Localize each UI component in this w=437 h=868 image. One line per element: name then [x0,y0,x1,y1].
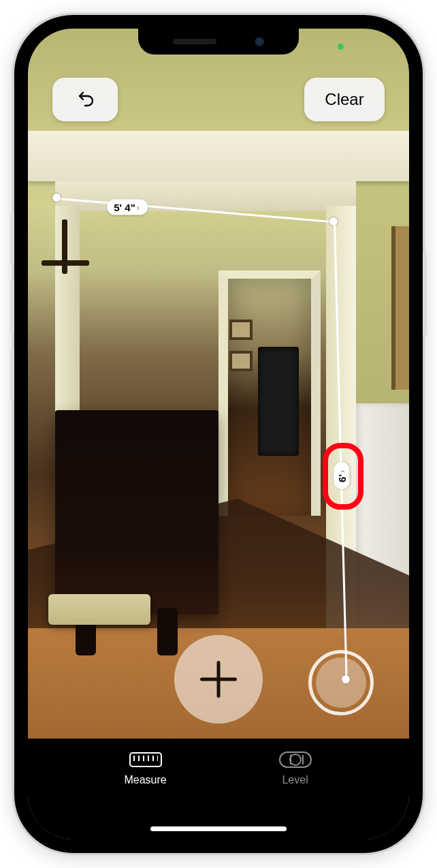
undo-button[interactable] [52,78,118,121]
tab-level[interactable]: Level [278,749,313,786]
add-point-button[interactable] [174,635,263,724]
home-indicator [150,826,287,831]
screen: Clear 5' 4" › 6' › [28,29,409,839]
level-icon [278,749,313,770]
capture-button[interactable] [308,650,374,715]
tab-label: Level [282,774,308,786]
privacy-indicator-icon [338,44,344,50]
annotation-highlight-ring [323,443,363,510]
undo-arrow-icon [75,89,95,110]
clear-button[interactable]: Clear [304,78,385,121]
tab-label: Measure [124,774,166,786]
device-frame: Clear 5' 4" › 6' › [14,15,423,853]
device-notch [138,29,299,55]
plus-icon [200,661,237,698]
tab-bar: Measure Level [28,739,409,839]
ruler-icon [128,749,163,770]
tab-measure[interactable]: Measure [124,749,166,786]
clear-button-label: Clear [325,90,363,109]
